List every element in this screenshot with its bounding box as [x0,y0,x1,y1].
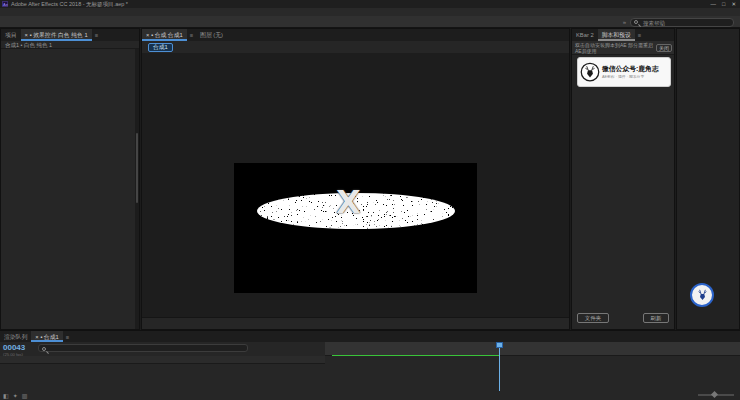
tab-timeline-comp[interactable]: × ▪ 合成1 [31,331,62,342]
timeline-search-input[interactable] [38,344,248,352]
ae-app-icon: Ae [2,1,8,7]
deer-badge [690,283,714,307]
scripts-panel: KBar 2 脚本和预设 ≡ 双击自动安装脚本到AE 部分需重启AE后使用 关闭… [571,28,675,330]
window-control-button[interactable]: □ [722,1,725,7]
wechat-subtitle: AE教程 · 插件 · 脚本分享 [602,75,644,79]
timeline-toggle-icons[interactable]: ◧✦▥ [3,392,31,399]
tab-layer-viewer[interactable]: 图层 (无) [196,29,227,41]
panel-rail [676,28,740,330]
tab-render-queue[interactable]: 渲染队列 [0,331,31,342]
time-ruler[interactable] [325,342,740,356]
panel-menu-icon[interactable]: ≡ [635,29,644,41]
toolbar: » 搜索帮助 [0,16,740,28]
tab-composition[interactable]: × ▪ 合成 合成1 [142,29,187,41]
wechat-title: 微信公众号:鹿角志 [602,65,659,72]
search-icon [42,347,46,351]
effect-properties-list [1,29,139,329]
composition-tabs: × ▪ 合成 合成1 ≡ 图层 (无) [142,29,569,41]
search-icon [634,20,638,24]
tab-kbar[interactable]: KBar 2 [572,29,598,41]
help-search-input[interactable]: 搜索帮助 [630,18,734,27]
viewer-toolbar [142,317,569,329]
note-close-button[interactable]: 关闭 [656,44,672,52]
window-title: Adobe After Effects CC 2018 - 无标题项目.aep … [11,1,128,8]
current-time-display[interactable]: 00043 [3,343,25,352]
timeline-zoom-slider[interactable] [698,394,734,396]
menubar [0,8,740,16]
scrollbar[interactable] [135,49,139,329]
effect-controls-panel: 项目 × ▪ 效果控件 白色 纯色 1 ≡ 合成1 • 白色 纯色 1 [0,28,140,330]
panel-menu-icon[interactable]: ≡ [63,331,72,342]
toolbar-overflow-icon[interactable]: » [623,19,626,25]
titlebar: Ae Adobe After Effects CC 2018 - 无标题项目.a… [0,0,740,8]
folder-button[interactable]: 文件夹 [577,313,609,323]
composition-viewer[interactable]: X [142,53,569,317]
scripts-tabs: KBar 2 脚本和预设 ≡ [572,29,674,41]
tab-scripts-presets[interactable]: 脚本和预设 [598,29,635,41]
wechat-banner: 微信公众号:鹿角志 AE教程 · 插件 · 脚本分享 [577,57,671,87]
composition-navigator[interactable]: 合成1 [148,43,173,52]
timeline-column-headers [0,356,325,364]
playhead-handle[interactable] [496,342,503,348]
window-control-button[interactable]: — [711,1,717,7]
window-controls: —□✕ [711,1,740,7]
refresh-button[interactable]: 刷新 [643,313,669,323]
panel-menu-icon[interactable]: ≡ [187,29,196,41]
window-control-button[interactable]: ✕ [731,1,736,7]
composition-frame: X [234,163,477,293]
composition-panel: × ▪ 合成 合成1 ≡ 图层 (无) 合成1 X [141,28,570,330]
playhead[interactable] [499,342,500,391]
deer-logo-icon [580,62,600,82]
timeline-tabs: 渲染队列 × ▪ 合成1 ≡ [0,331,740,342]
timeline-panel: 渲染队列 × ▪ 合成1 ≡ 00043 (25.00 fps) ◧✦▥ [0,330,740,400]
after-effects-window: Ae Adobe After Effects CC 2018 - 无标题项目.a… [0,0,740,400]
particle-x-letter: X [336,183,361,221]
ram-cache-bar [332,355,500,356]
